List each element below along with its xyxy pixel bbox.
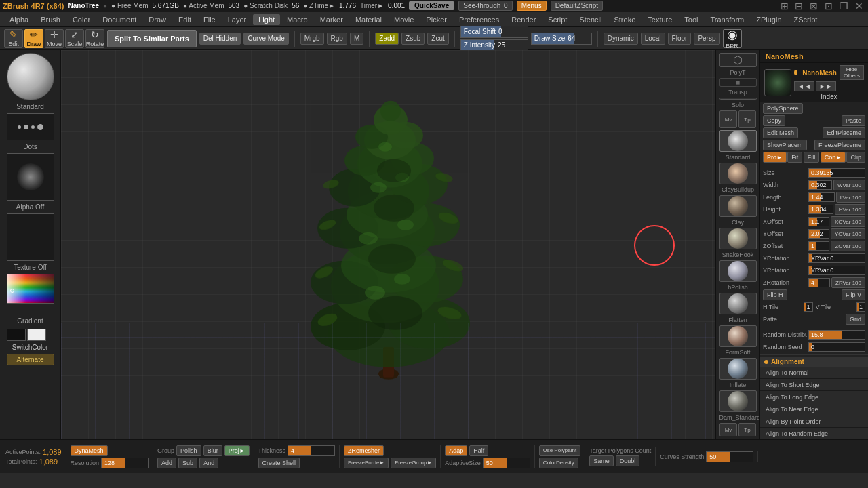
align-long-edge-button[interactable]: Align To Long Edge [760,391,868,403]
snake-hook-button[interactable] [719,228,757,249]
menu-item-texture[interactable]: Texture [642,14,677,25]
con-button[interactable]: Con► [821,152,846,163]
menu-item-layer[interactable]: Layer [222,14,252,25]
size-slider[interactable]: 0.39135 [808,168,865,178]
align-normal-button[interactable]: Align To Normal [760,367,868,379]
flatten-button[interactable] [719,293,757,314]
bottom-topologic-btn[interactable]: Tp [738,423,756,436]
zrotation-slider[interactable]: 4 [808,278,830,287]
random-distribution-slider[interactable]: 15.8 [808,330,865,340]
bottom-move-btn[interactable]: Mv [719,423,737,436]
doubl-button[interactable]: Doubl [616,455,640,466]
menu-item-transform[interactable]: Transform [705,14,750,25]
xoffset-slider[interactable]: 1.17 [808,217,829,226]
topologic-brush-btn[interactable]: Tp [738,110,756,128]
same-button[interactable]: Same [589,455,614,466]
menu-item-draw[interactable]: Draw [143,14,172,25]
menu-item-brush[interactable]: Brush [35,14,66,25]
menu-item-alpha[interactable]: Alpha [4,14,34,25]
width-slider[interactable]: 0.302 [808,180,832,190]
menu-item-light[interactable]: Light [253,14,280,25]
poly-t-button[interactable]: ⬡ [719,53,757,67]
dynamesh-button[interactable]: DynaMesh [71,445,108,456]
dam-standard-button[interactable] [719,390,757,412]
menu-item-marker[interactable]: Marker [315,14,349,25]
half-button[interactable]: Half [469,445,488,456]
edit-mesh-button[interactable]: Edit Mesh [763,127,798,138]
menu-item-macro[interactable]: Macro [281,14,313,25]
quicksave-button[interactable]: QuickSave [409,1,454,10]
bpr-button[interactable]: ◉ BPR [723,29,742,48]
flip-v-button[interactable]: Flip V [842,289,865,300]
nav-next-button[interactable]: ►► [816,81,836,92]
zcut-button[interactable]: Zcut [427,33,448,45]
fit-button[interactable]: Fit [787,152,802,163]
random-seed-slider[interactable]: 0 [808,342,865,352]
menu-item-picker[interactable]: Picker [420,14,452,25]
freeze-borders-button[interactable]: FreezeBorde► [344,458,389,468]
menu-item-file[interactable]: File [198,14,221,25]
polish-button[interactable]: Polish [176,445,201,456]
show-placement-button[interactable]: ShowPlacem [763,140,807,150]
menu-item-edit[interactable]: Edit [173,14,197,25]
menu-item-zplugin[interactable]: ZPlugin [751,14,787,25]
del-hidden-button[interactable]: Del Hidden [199,33,241,45]
create-shell-button[interactable]: Create Shell [258,458,300,468]
m-button[interactable]: M [350,33,363,45]
draw-button[interactable]: ✏ Draw [24,29,43,48]
proj-bottom-button[interactable]: Proj► [224,445,250,456]
align-short-edge-button[interactable]: Align To Short Edge [760,379,868,391]
default-script-button[interactable]: DefaultZScript [551,1,603,11]
rgb-button[interactable]: Rgb [327,33,347,45]
add-button[interactable]: Add [157,458,176,468]
dynamic-button[interactable]: Dynamic [604,33,638,45]
resolution-slider[interactable]: 128 [101,458,149,468]
xovar-button[interactable]: XOVar 100 [831,216,865,227]
menus-button[interactable]: Menus [517,1,547,11]
texture-swatch[interactable] [7,214,54,261]
inflate-button[interactable] [719,358,757,380]
clay-buildup-button[interactable] [719,163,757,184]
solo-button[interactable] [719,98,757,100]
align-random-edge-button[interactable]: Align To Random Edge [760,428,868,439]
formsoft-button[interactable] [719,325,757,347]
yovar-button[interactable]: YOVar 100 [831,228,865,239]
menu-item-stencil[interactable]: Stencil [574,14,607,25]
menu-item-preferences[interactable]: Preferences [454,14,505,25]
v-tile-slider[interactable]: 1 [856,302,865,312]
mrgb-button[interactable]: Mrgb [300,33,324,45]
gradient-black[interactable] [7,329,26,341]
color-picker[interactable] [7,274,54,314]
zremesher-button[interactable]: ZRemesher [344,445,384,456]
menu-item-movie[interactable]: Movie [389,14,419,25]
menu-item-script[interactable]: Script [542,14,572,25]
menu-item-stroke[interactable]: Stroke [608,14,641,25]
local-button[interactable]: Local [641,33,665,45]
clay-button[interactable] [719,195,757,217]
material-swatch[interactable] [7,53,54,100]
fill-button[interactable]: Fill [804,152,820,163]
see-through-button[interactable]: See-through 0 [458,1,512,11]
canvas-area[interactable] [61,50,715,439]
curve-mode-button[interactable]: Curve Mode [243,33,288,45]
height-slider[interactable]: 1.334 [808,205,833,214]
switch-color-btn[interactable]: SwitchColor [12,344,48,351]
draw-size-slider[interactable]: Draw Size 64 [531,33,592,45]
proj-button[interactable]: Pro► [763,152,787,163]
move-brush-btn[interactable]: Mv [719,110,737,128]
color-density-button[interactable]: ColorDensity [539,458,578,468]
hvar-button[interactable]: HVar 100 [835,204,865,215]
adaptive-size-slider[interactable]: 50 [483,458,530,468]
stroke-dots[interactable] [7,113,54,140]
zoffset-slider[interactable]: 1 [808,241,829,251]
split-similar-parts-button[interactable]: Split To Similar Parts [107,30,197,47]
zrvar-button[interactable]: ZRVar 100 [831,277,865,288]
yoffset-slider[interactable]: 2.02 [808,229,829,239]
zadd-button[interactable]: Zadd [375,33,399,45]
scale-button[interactable]: ⤢ Scale [65,29,84,48]
edit-button[interactable]: ✎ Edit [4,29,23,48]
thickness-slider[interactable]: 4 [288,445,335,456]
zovar-button[interactable]: ZOVar 100 [831,241,865,251]
persp-button[interactable]: Persp [694,33,719,45]
move-button[interactable]: ✛ Move [45,29,64,48]
